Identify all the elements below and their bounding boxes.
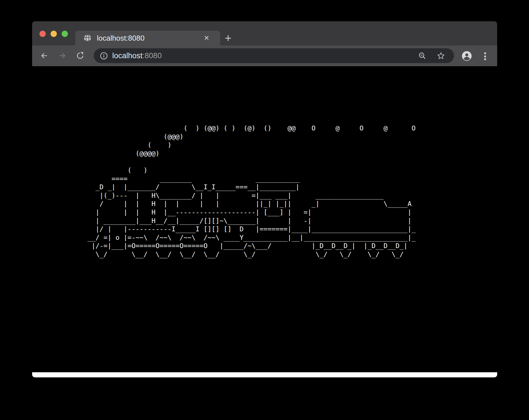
info-icon[interactable] xyxy=(100,52,108,60)
toolbar: localhost:8080 xyxy=(32,45,497,66)
window-controls xyxy=(39,31,68,37)
url-text[interactable]: localhost:8080 xyxy=(112,51,418,60)
browser-window: localhost:8080 ✕ + localhost:8080 xyxy=(32,21,497,377)
window-bottom-strip xyxy=(32,372,497,377)
tab-localhost[interactable]: localhost:8080 ✕ xyxy=(75,31,220,45)
tab-close-icon[interactable]: ✕ xyxy=(204,35,209,41)
back-icon[interactable] xyxy=(40,52,48,60)
tab-strip: localhost:8080 ✕ + xyxy=(32,21,497,45)
zoom-out-icon[interactable] xyxy=(418,52,426,60)
url-host: localhost xyxy=(112,51,143,60)
bookmark-star-icon[interactable] xyxy=(437,52,445,60)
new-tab-button[interactable]: + xyxy=(220,31,236,45)
forward-icon[interactable] xyxy=(59,52,66,60)
url-port: :8080 xyxy=(143,51,162,60)
minimize-window-button[interactable] xyxy=(51,31,57,37)
close-window-button[interactable] xyxy=(39,31,46,37)
ascii-train-art: ( ) (@@) ( ) (@) () @@ O @ O @ O (@@@) (… xyxy=(88,124,416,259)
tab-title: localhost:8080 xyxy=(97,34,204,43)
reload-icon[interactable] xyxy=(76,52,84,60)
globe-favicon-icon xyxy=(84,34,91,42)
address-bar[interactable]: localhost:8080 xyxy=(94,48,454,63)
page-content: ( ) (@@) ( ) (@) () @@ O @ O @ O (@@@) (… xyxy=(32,66,497,372)
zoom-window-button[interactable] xyxy=(62,31,68,37)
browser-menu-icon[interactable] xyxy=(484,52,486,60)
profile-avatar-icon[interactable] xyxy=(462,51,472,61)
